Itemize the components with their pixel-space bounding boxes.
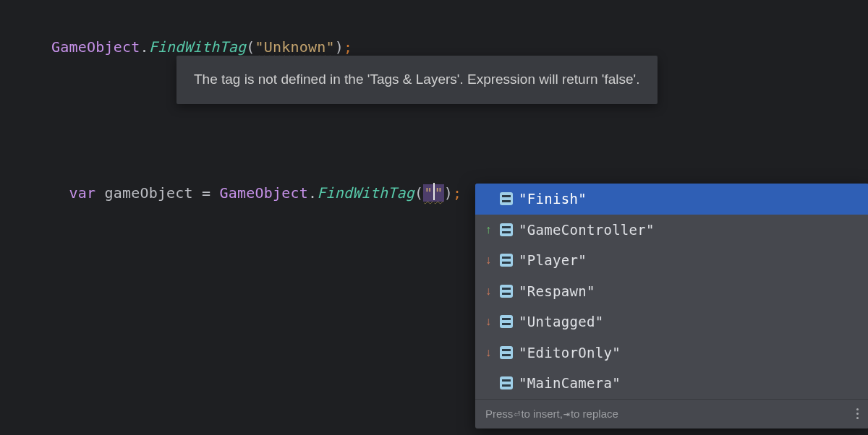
tooltip-text: The tag is not defined in the 'Tags & La… <box>194 72 640 87</box>
svg-rect-12 <box>502 379 511 382</box>
equals: = <box>202 184 210 202</box>
svg-rect-6 <box>502 288 511 290</box>
completion-footer: Press ⏎ to insert, ⇥ to replace <box>475 399 868 429</box>
svg-rect-9 <box>502 323 511 325</box>
rank-up-icon: ↑ <box>482 224 494 236</box>
constant-icon <box>500 285 513 298</box>
rank-down-icon: ↓ <box>482 347 494 358</box>
method-name: FindWithTag <box>317 184 414 202</box>
hint-text: to replace <box>571 406 618 423</box>
svg-rect-7 <box>502 293 511 295</box>
paren-close: ) <box>335 38 344 56</box>
svg-rect-3 <box>502 231 511 233</box>
completion-hint: Press ⏎ to insert, ⇥ to replace <box>485 406 618 423</box>
svg-rect-0 <box>502 195 511 197</box>
dot: . <box>140 38 148 56</box>
constant-icon <box>500 192 513 205</box>
rank-down-icon: ↓ <box>482 254 494 266</box>
enter-key-icon: ⏎ <box>514 406 520 423</box>
string-arg-unknown[interactable]: "Unknown" <box>255 38 335 56</box>
completion-item-gamecontroller[interactable]: ↑ "GameController" <box>475 215 868 246</box>
quote-close: " <box>433 184 443 202</box>
rank-down-icon: ↓ <box>482 285 494 297</box>
svg-rect-11 <box>502 354 511 356</box>
constant-icon <box>500 223 513 236</box>
svg-rect-4 <box>502 257 511 259</box>
class-name: GameObject <box>220 184 308 202</box>
completion-label: "Respawn" <box>519 281 595 302</box>
constant-icon <box>500 315 513 328</box>
completion-item-player[interactable]: ↓ "Player" <box>475 245 868 276</box>
svg-rect-8 <box>502 318 511 320</box>
inspection-tooltip: The tag is not defined in the 'Tags & La… <box>176 56 658 104</box>
completion-item-respawn[interactable]: ↓ "Respawn" <box>475 276 868 307</box>
rank-arrow-none <box>482 377 494 389</box>
semicolon: ; <box>344 38 352 56</box>
hint-text: to insert, <box>521 406 563 423</box>
space <box>95 184 104 202</box>
more-options-icon[interactable] <box>855 407 860 421</box>
semicolon: ; <box>453 184 461 202</box>
caret-position[interactable]: "" <box>423 182 444 204</box>
completion-label: "Player" <box>519 250 587 271</box>
svg-rect-5 <box>502 262 511 264</box>
completion-item-editoronly[interactable]: ↓ "EditorOnly" <box>475 337 868 369</box>
paren-close: ) <box>444 184 453 202</box>
completion-label: "MainCamera" <box>519 373 621 394</box>
svg-rect-13 <box>502 384 511 387</box>
completion-list[interactable]: "Finish" ↑ "GameController" ↓ "Player" ↓… <box>475 184 868 399</box>
constant-icon <box>500 376 513 389</box>
completion-item-maincamera[interactable]: "MainCamera" <box>475 368 868 399</box>
text-caret <box>433 183 435 200</box>
class-name: GameObject <box>51 38 140 56</box>
svg-rect-2 <box>502 226 511 228</box>
constant-icon <box>500 346 513 359</box>
variable-name: gameObject <box>104 184 192 202</box>
completion-label: "Finish" <box>519 189 587 210</box>
completion-popup[interactable]: "Finish" ↑ "GameController" ↓ "Player" ↓… <box>475 184 868 428</box>
svg-rect-1 <box>502 200 511 202</box>
space <box>193 184 202 202</box>
hint-text: Press <box>485 406 513 423</box>
completion-label: "GameController" <box>519 220 655 241</box>
completion-label: "EditorOnly" <box>519 343 621 363</box>
paren-open: ( <box>414 184 423 202</box>
constant-icon <box>500 254 513 267</box>
var-keyword: var <box>69 184 95 202</box>
svg-rect-10 <box>502 349 511 351</box>
tab-key-icon: ⇥ <box>563 406 570 423</box>
completion-item-finish[interactable]: "Finish" <box>475 184 868 215</box>
rank-arrow-none <box>482 193 494 204</box>
completion-item-untagged[interactable]: ↓ "Untagged" <box>475 306 868 337</box>
space <box>210 184 219 202</box>
rank-down-icon: ↓ <box>482 316 494 327</box>
paren-open: ( <box>246 38 255 56</box>
quote-open: " <box>423 184 433 202</box>
completion-label: "Untagged" <box>519 311 603 332</box>
method-name: FindWithTag <box>149 38 247 56</box>
dot: . <box>308 184 317 202</box>
code-editor[interactable]: GameObject.FindWithTag("Unknown"); The t… <box>0 0 868 240</box>
